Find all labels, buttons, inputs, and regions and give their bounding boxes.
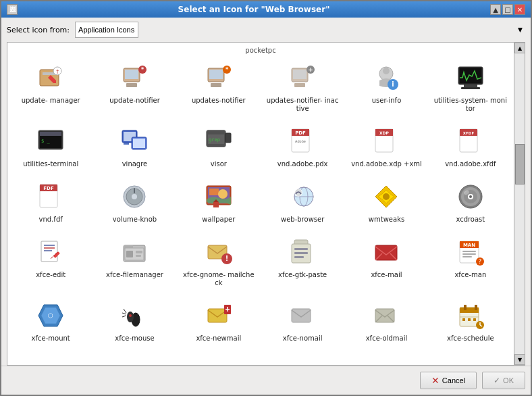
select-label: Select icon from:	[7, 26, 70, 34]
icon-item-wmtweaks[interactable]: wmtweaks	[346, 176, 427, 228]
icon-item-xfce-mail[interactable]: xfce-mail	[346, 231, 427, 292]
icon-item-xfce-filemanager[interactable]: xfce-filemanager	[94, 231, 175, 292]
svg-rect-29	[40, 132, 61, 136]
icon-source-select[interactable]: Application Icons	[75, 22, 138, 38]
ok-button[interactable]: ✓ OK	[482, 372, 525, 389]
svg-rect-61	[213, 202, 219, 207]
svg-rect-95	[294, 252, 308, 254]
svg-rect-5	[125, 70, 138, 79]
svg-rect-39	[225, 133, 231, 143]
icon-img-vnd.adobe.xdp+xml: XDP	[370, 125, 402, 157]
icon-item-utilities-system-monitor[interactable]: utilities-system- monitor	[430, 57, 511, 118]
icon-label-user-info: user-info	[372, 97, 402, 105]
svg-rect-94	[294, 248, 308, 250]
icon-item-update-notifier[interactable]: * update-notifier	[94, 57, 175, 118]
title-close-btn[interactable]: ✕	[514, 4, 525, 15]
svg-rect-97	[375, 245, 397, 260]
svg-point-55	[132, 194, 137, 199]
icon-label-xfce-schedule: xfce-schedule	[447, 335, 494, 343]
select-wrapper: Application Icons	[75, 22, 525, 38]
button-bar: ✕ Cancel ✓ OK	[1, 366, 531, 395]
icon-item-xcdroast[interactable]: xcdroast	[430, 176, 511, 228]
scrollbar-down-btn[interactable]: ▼	[514, 354, 525, 365]
ok-icon: ✓	[494, 376, 500, 385]
scrollbar-up-btn[interactable]: ▲	[514, 43, 525, 53]
icon-item-wallpaper[interactable]: wallpaper	[178, 176, 259, 228]
icon-img-utilities-system-monitor	[454, 61, 487, 94]
icon-item-xfce-schedule[interactable]: xfce-schedule	[430, 295, 511, 347]
svg-rect-87	[136, 251, 142, 253]
icon-item-xfce-newmail[interactable]: xfce-newmail	[178, 295, 259, 347]
icon-item-vinagre[interactable]: vinagre	[94, 120, 175, 173]
scrollbar-thumb[interactable]	[515, 144, 525, 184]
icon-item-vnd.fdf[interactable]: FDF vnd.fdf	[10, 176, 91, 228]
icon-img-xfce-gtk-paste	[286, 236, 319, 268]
icon-label-xfce-mount: xfce-mount	[32, 335, 70, 343]
icon-item-xfce-oldmail[interactable]: xfce-oldmail	[346, 295, 427, 347]
icon-item-xfce-mount[interactable]: ⬡ xfce-mount	[10, 295, 91, 347]
icon-item-vnd.adobe.pdx[interactable]: PDF Adobe vnd.adobe.pdx	[262, 120, 343, 173]
icon-label-xfce-edit: xfce-edit	[36, 271, 65, 279]
icon-img-update-notifier: *	[118, 61, 151, 94]
icon-label-xcdroast: xcdroast	[456, 216, 485, 224]
icon-item-xfce-mouse[interactable]: xfce-mouse	[94, 295, 175, 347]
icon-img-xfce-man: MAN ?	[454, 236, 487, 268]
svg-text:$ _: $ _	[41, 139, 50, 144]
icon-item-volume-knob[interactable]: volume-knob	[94, 176, 175, 228]
icon-img-vnd.adobe.xfdf: XFDF	[454, 125, 487, 157]
icon-label-xfce-gnome-mailcheck: xfce-gnome- mailcheck	[182, 271, 256, 287]
svg-rect-115	[208, 309, 227, 322]
icon-label-wallpaper: wallpaper	[202, 216, 235, 224]
svg-text:FDF: FDF	[43, 186, 54, 191]
icon-label-xfce-newmail: xfce-newmail	[196, 335, 241, 343]
svg-rect-59	[209, 189, 219, 195]
icon-label-updates-notifier-inactive: updates-notifier- inactive	[265, 97, 340, 113]
svg-text:XDP: XDP	[379, 130, 390, 135]
svg-rect-103	[462, 256, 472, 257]
icon-item-xfce-edit[interactable]: xfce-edit	[10, 231, 91, 292]
title-bar-controls: ▲ □ ✕	[490, 4, 525, 15]
cancel-button[interactable]: ✕ Cancel	[420, 372, 477, 389]
svg-rect-15	[293, 70, 307, 79]
icon-label-xfce-nomail: xfce-nomail	[283, 335, 323, 343]
icon-item-xfce-gnome-mailcheck[interactable]: ! xfce-gnome- mailcheck	[178, 231, 259, 292]
icon-label-update-manager: update- manager	[22, 97, 80, 105]
svg-text:↑: ↑	[55, 69, 60, 75]
svg-text:⬡: ⬡	[48, 312, 53, 319]
icon-item-xfce-man[interactable]: MAN ? xfce-man	[430, 231, 511, 292]
icon-img-vnd.adobe.pdx: PDF Adobe	[286, 125, 319, 157]
icon-item-vnd.adobe.xdp+xml[interactable]: XDP vnd.adobe.xdp +xml	[346, 120, 427, 173]
icon-grid-container[interactable]: pocketpc ↑ update- manager * update-noti…	[7, 43, 514, 365]
icon-img-xfce-gnome-mailcheck: !	[203, 236, 235, 268]
svg-point-114	[129, 314, 132, 317]
icon-label-vnd.fdf: vnd.fdf	[39, 216, 63, 224]
toolbar: Select icon from: Application Icons	[1, 18, 531, 42]
svg-text:PDF: PDF	[295, 130, 306, 136]
icon-item-visor[interactable]: grep visor	[178, 120, 259, 173]
title-restore-btn[interactable]: □	[502, 4, 513, 15]
icon-item-vnd.adobe.xfdf[interactable]: XFDF vnd.adobe.xfdf	[430, 120, 511, 173]
svg-text:grep: grep	[209, 137, 220, 143]
icon-item-user-info[interactable]: i user-info	[346, 57, 427, 118]
scrollbar: ▲ ▼	[514, 43, 525, 365]
icon-item-updates-notifier[interactable]: * updates-notifier	[178, 57, 259, 118]
icon-item-utilities-terminal[interactable]: $ _ utilities-terminal	[10, 120, 91, 173]
svg-point-75	[469, 195, 472, 198]
svg-rect-102	[462, 253, 476, 255]
icon-item-xfce-gtk-paste[interactable]: xfce-gtk-paste	[262, 231, 343, 292]
icon-img-update-manager: ↑	[34, 61, 67, 94]
title-maximize-btn[interactable]: ▲	[490, 4, 501, 15]
scrollbar-track[interactable]	[514, 53, 525, 354]
icon-item-xfce-nomail[interactable]: xfce-nomail	[262, 295, 343, 347]
icon-img-xfce-nomail	[286, 299, 319, 332]
icon-img-xfce-schedule	[454, 299, 487, 332]
icon-label-xfce-gtk-paste: xfce-gtk-paste	[278, 271, 327, 279]
icon-label-updates-notifier: updates-notifier	[192, 97, 246, 105]
svg-rect-18	[294, 83, 305, 87]
svg-point-20	[383, 68, 390, 74]
icon-img-wmtweaks	[370, 180, 402, 213]
icon-item-update-manager[interactable]: ↑ update- manager	[10, 57, 91, 118]
icon-item-updates-notifier-inactive[interactable]: + updates-notifier- inactive	[262, 57, 343, 118]
icon-img-volume-knob	[118, 180, 151, 213]
icon-item-web-browser[interactable]: web-browser	[262, 176, 343, 228]
